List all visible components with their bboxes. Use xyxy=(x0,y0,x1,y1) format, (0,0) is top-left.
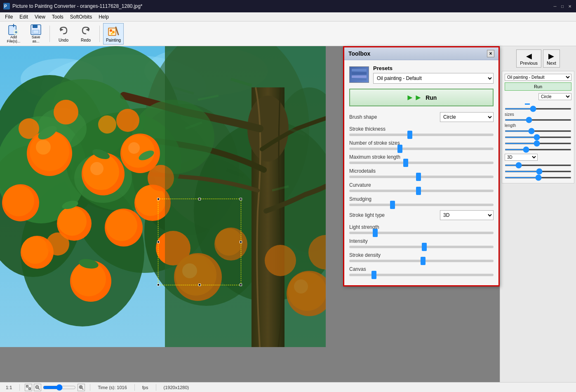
svg-rect-100 xyxy=(26,385,28,387)
mini-thickness-slider[interactable] xyxy=(505,108,571,110)
mini-sizes-row: sizes xyxy=(505,112,571,122)
svg-point-55 xyxy=(3,185,34,216)
svg-point-71 xyxy=(98,115,116,134)
microdetails-track[interactable] xyxy=(349,176,494,178)
redo-button[interactable]: Redo xyxy=(75,23,96,45)
undo-label: Undo xyxy=(59,38,68,42)
presets-icon xyxy=(349,66,369,83)
svg-rect-9 xyxy=(33,25,38,28)
menu-tools[interactable]: Tools xyxy=(49,13,67,21)
mini-intensity-slider[interactable] xyxy=(505,171,571,172)
toolbar: AddFile(s)... Saveas... Undo xyxy=(0,21,576,46)
light-strength-track[interactable] xyxy=(349,232,494,234)
svg-point-68 xyxy=(116,109,139,132)
svg-rect-98 xyxy=(352,75,367,78)
menu-softorbits[interactable]: SoftOrbits xyxy=(67,13,95,21)
nav-buttons: ◀ Previous ▶ Next xyxy=(516,49,560,68)
add-file-button[interactable]: AddFile(s)... xyxy=(3,23,24,45)
brush-shape-select[interactable]: CircleSquareEllipse xyxy=(440,112,494,122)
save-as-button[interactable]: Saveas... xyxy=(26,23,46,45)
light-strength-thumb[interactable] xyxy=(373,229,378,237)
menu-view[interactable]: View xyxy=(31,13,49,21)
microdetails-thumb[interactable] xyxy=(416,173,421,181)
max-stroke-length-track[interactable] xyxy=(349,162,494,164)
curvature-section: Curvature xyxy=(349,182,494,192)
zoom-fit-button[interactable] xyxy=(25,384,32,391)
menu-help[interactable]: Help xyxy=(95,13,112,21)
presets-select[interactable]: Oil painting - DefaultWatercolorPencil s… xyxy=(373,73,494,84)
max-stroke-length-thumb[interactable] xyxy=(403,159,408,167)
status-sep-2 xyxy=(90,384,90,391)
resolution-label: (1920x1280) xyxy=(161,385,192,390)
mini-curvature-row xyxy=(505,140,571,145)
mini-light-type-select[interactable]: 3D xyxy=(505,154,538,161)
stroke-density-thumb[interactable] xyxy=(421,257,426,265)
num-stroke-sizes-track[interactable] xyxy=(349,148,494,150)
svg-line-103 xyxy=(38,388,40,390)
stroke-light-type-select[interactable]: 3DFlatNone xyxy=(440,210,494,220)
num-stroke-sizes-thumb[interactable] xyxy=(397,145,402,153)
window-controls[interactable]: ─ □ ✕ xyxy=(552,3,573,9)
stroke-density-track[interactable] xyxy=(349,260,494,262)
svg-point-49 xyxy=(90,162,103,175)
previous-button[interactable]: ◀ Previous xyxy=(516,49,541,68)
zoom-in-button[interactable] xyxy=(78,384,85,391)
mini-length-slider[interactable] xyxy=(505,130,571,132)
mini-brush-shape-select[interactable]: Circle xyxy=(538,93,571,100)
save-label: Saveas... xyxy=(32,35,40,44)
menu-bar: File Edit View Tools SoftOrbits Help xyxy=(0,12,576,21)
mini-density-slider[interactable] xyxy=(505,177,571,178)
curvature-track[interactable] xyxy=(349,190,494,192)
next-button[interactable]: ▶ Next xyxy=(543,49,560,68)
zoom-out-button[interactable] xyxy=(34,384,41,391)
canvas-track[interactable] xyxy=(349,274,494,276)
zoom-level: 1:1 xyxy=(3,385,14,390)
smudging-label: Smudging xyxy=(349,196,494,202)
zoom-slider[interactable] xyxy=(43,385,76,390)
mini-microdetails-slider[interactable] xyxy=(505,136,571,138)
zoom-controls xyxy=(25,384,85,391)
svg-point-16 xyxy=(112,31,115,33)
stroke-thickness-thumb[interactable] xyxy=(407,131,412,139)
brush-shape-row: Brush shape CircleSquareEllipse xyxy=(349,112,494,122)
close-button[interactable]: ✕ xyxy=(567,3,573,9)
curvature-thumb[interactable] xyxy=(416,187,421,195)
stroke-light-type-row: Stroke light type 3DFlatNone xyxy=(349,210,494,220)
run-button[interactable]: ►► Run xyxy=(349,89,494,106)
mini-thickness-row xyxy=(505,103,571,110)
minimize-button[interactable]: ─ xyxy=(552,3,558,9)
stroke-thickness-track[interactable] xyxy=(349,134,494,136)
menu-edit[interactable]: Edit xyxy=(16,13,31,21)
mini-curvature-slider[interactable] xyxy=(505,143,571,144)
intensity-track[interactable] xyxy=(349,246,494,248)
next-arrow-icon: ▶ xyxy=(548,52,554,61)
stroke-thickness-section: Stroke thickness xyxy=(349,126,494,136)
svg-point-45 xyxy=(36,140,51,155)
menu-file[interactable]: File xyxy=(2,13,16,21)
svg-text:P: P xyxy=(4,4,7,9)
undo-button[interactable]: Undo xyxy=(53,23,74,45)
mini-light-str-slider[interactable] xyxy=(505,164,571,166)
smudging-thumb[interactable] xyxy=(390,201,395,209)
microdetails-label: Microdetails xyxy=(349,168,494,174)
mini-smudging-slider[interactable] xyxy=(505,149,571,150)
toolbox-body: Presets Oil painting - DefaultWatercolor… xyxy=(344,60,498,285)
toolbox-close-button[interactable]: × xyxy=(487,50,494,57)
painting-label: Painting xyxy=(106,38,121,42)
mini-intensity-row xyxy=(505,168,571,173)
maximize-button[interactable]: □ xyxy=(560,3,565,9)
mini-sizes-slider[interactable] xyxy=(505,119,571,121)
canvas-thumb[interactable] xyxy=(371,271,376,279)
smudging-section: Smudging xyxy=(349,196,494,206)
light-strength-section: Light strength xyxy=(349,224,494,234)
num-stroke-sizes-section: Number of stroke sizes xyxy=(349,140,494,150)
status-sep-3 xyxy=(134,384,135,391)
zoom-in-icon xyxy=(79,385,84,390)
smudging-track[interactable] xyxy=(349,204,494,206)
svg-rect-96 xyxy=(352,69,367,71)
mini-preset-select[interactable]: Oil painting - Default xyxy=(505,74,571,81)
intensity-thumb[interactable] xyxy=(422,243,427,251)
painting-button[interactable]: Painting xyxy=(103,23,124,45)
add-file-icon xyxy=(7,24,20,35)
mini-run-button[interactable]: Run xyxy=(505,82,571,91)
